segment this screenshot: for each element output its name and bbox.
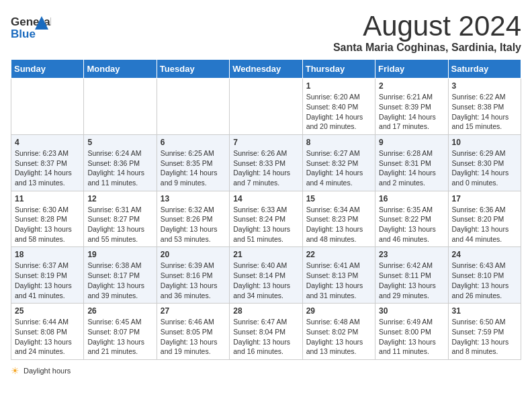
day-number: 25 bbox=[15, 306, 80, 316]
day-number: 16 bbox=[379, 194, 444, 203]
calendar-cell: 25Sunrise: 6:44 AMSunset: 8:08 PMDayligh… bbox=[11, 304, 84, 360]
calendar-cell: 20Sunrise: 6:39 AMSunset: 8:16 PMDayligh… bbox=[157, 247, 229, 304]
day-info: Sunrise: 6:37 AMSunset: 8:19 PMDaylight:… bbox=[15, 261, 80, 300]
day-number: 26 bbox=[87, 306, 152, 316]
calendar-week-2: 4Sunrise: 6:23 AMSunset: 8:37 PMDaylight… bbox=[11, 134, 521, 191]
day-number: 11 bbox=[15, 194, 80, 203]
day-number: 17 bbox=[452, 194, 517, 203]
day-info: Sunrise: 6:36 AMSunset: 8:20 PMDaylight:… bbox=[452, 205, 517, 244]
calendar-table: SundayMondayTuesdayWednesdayThursdayFrid… bbox=[11, 59, 521, 360]
calendar-cell: 26Sunrise: 6:45 AMSunset: 8:07 PMDayligh… bbox=[84, 304, 157, 360]
calendar-cell: 11Sunrise: 6:30 AMSunset: 8:28 PMDayligh… bbox=[11, 191, 84, 247]
day-header-monday: Monday bbox=[84, 60, 157, 79]
day-info: Sunrise: 6:29 AMSunset: 8:30 PMDaylight:… bbox=[452, 148, 517, 188]
day-number: 13 bbox=[161, 194, 226, 203]
day-info: Sunrise: 6:39 AMSunset: 8:16 PMDaylight:… bbox=[161, 261, 226, 300]
day-number: 6 bbox=[161, 138, 226, 147]
calendar-cell: 2Sunrise: 6:21 AMSunset: 8:39 PMDaylight… bbox=[375, 79, 448, 135]
calendar-cell: 24Sunrise: 6:43 AMSunset: 8:10 PMDayligh… bbox=[448, 247, 521, 304]
calendar-week-5: 25Sunrise: 6:44 AMSunset: 8:08 PMDayligh… bbox=[11, 304, 521, 360]
title-block: August 2024 Santa Maria Coghinas, Sardin… bbox=[333, 11, 521, 54]
day-number: 9 bbox=[379, 138, 444, 147]
day-info: Sunrise: 6:27 AMSunset: 8:32 PMDaylight:… bbox=[306, 148, 371, 188]
calendar-cell: 29Sunrise: 6:48 AMSunset: 8:02 PMDayligh… bbox=[302, 304, 375, 360]
calendar-cell: 14Sunrise: 6:33 AMSunset: 8:24 PMDayligh… bbox=[230, 191, 302, 247]
month-title: August 2024 bbox=[333, 11, 521, 42]
day-number: 27 bbox=[161, 306, 226, 316]
day-info: Sunrise: 6:46 AMSunset: 8:05 PMDaylight:… bbox=[161, 317, 226, 357]
day-number: 30 bbox=[379, 306, 444, 316]
calendar-cell: 1Sunrise: 6:20 AMSunset: 8:40 PMDaylight… bbox=[302, 79, 375, 135]
sun-icon: ☀ bbox=[11, 365, 19, 376]
footer-note: ☀ Daylight hours bbox=[11, 365, 521, 376]
calendar-cell: 22Sunrise: 6:41 AMSunset: 8:13 PMDayligh… bbox=[302, 247, 375, 304]
day-info: Sunrise: 6:26 AMSunset: 8:33 PMDaylight:… bbox=[233, 148, 298, 188]
calendar-cell: 4Sunrise: 6:23 AMSunset: 8:37 PMDaylight… bbox=[11, 134, 84, 191]
day-info: Sunrise: 6:49 AMSunset: 8:00 PMDaylight:… bbox=[379, 317, 444, 357]
day-number: 14 bbox=[233, 194, 298, 203]
day-number: 23 bbox=[379, 250, 444, 259]
day-number: 3 bbox=[452, 81, 517, 91]
calendar-cell: 10Sunrise: 6:29 AMSunset: 8:30 PMDayligh… bbox=[448, 134, 521, 191]
calendar-cell: 19Sunrise: 6:38 AMSunset: 8:17 PMDayligh… bbox=[84, 247, 157, 304]
day-number: 12 bbox=[87, 194, 152, 203]
calendar-cell bbox=[84, 79, 157, 135]
day-info: Sunrise: 6:38 AMSunset: 8:17 PMDaylight:… bbox=[87, 261, 152, 300]
day-info: Sunrise: 6:47 AMSunset: 8:04 PMDaylight:… bbox=[233, 317, 298, 357]
logo: General Blue bbox=[11, 11, 52, 46]
calendar-cell: 6Sunrise: 6:25 AMSunset: 8:35 PMDaylight… bbox=[157, 134, 229, 191]
day-number: 24 bbox=[452, 250, 517, 259]
calendar-cell: 9Sunrise: 6:28 AMSunset: 8:31 PMDaylight… bbox=[375, 134, 448, 191]
day-info: Sunrise: 6:25 AMSunset: 8:35 PMDaylight:… bbox=[161, 148, 226, 188]
day-number: 4 bbox=[15, 138, 80, 147]
calendar-cell: 17Sunrise: 6:36 AMSunset: 8:20 PMDayligh… bbox=[448, 191, 521, 247]
day-info: Sunrise: 6:21 AMSunset: 8:39 PMDaylight:… bbox=[379, 92, 444, 132]
day-number: 1 bbox=[306, 81, 371, 91]
svg-text:Blue: Blue bbox=[11, 28, 36, 40]
day-number: 20 bbox=[161, 250, 226, 259]
day-info: Sunrise: 6:41 AMSunset: 8:13 PMDaylight:… bbox=[306, 261, 371, 300]
day-info: Sunrise: 6:35 AMSunset: 8:22 PMDaylight:… bbox=[379, 205, 444, 244]
day-number: 7 bbox=[233, 138, 298, 147]
calendar-cell: 31Sunrise: 6:50 AMSunset: 7:59 PMDayligh… bbox=[448, 304, 521, 360]
calendar-cell: 27Sunrise: 6:46 AMSunset: 8:05 PMDayligh… bbox=[157, 304, 229, 360]
day-info: Sunrise: 6:48 AMSunset: 8:02 PMDaylight:… bbox=[306, 317, 371, 357]
day-info: Sunrise: 6:30 AMSunset: 8:28 PMDaylight:… bbox=[15, 205, 80, 244]
calendar-cell: 23Sunrise: 6:42 AMSunset: 8:11 PMDayligh… bbox=[375, 247, 448, 304]
calendar-week-3: 11Sunrise: 6:30 AMSunset: 8:28 PMDayligh… bbox=[11, 191, 521, 247]
calendar-cell bbox=[230, 79, 302, 135]
day-info: Sunrise: 6:44 AMSunset: 8:08 PMDaylight:… bbox=[15, 317, 80, 357]
day-header-wednesday: Wednesday bbox=[230, 60, 302, 79]
day-number: 8 bbox=[306, 138, 371, 147]
calendar-cell: 7Sunrise: 6:26 AMSunset: 8:33 PMDaylight… bbox=[230, 134, 302, 191]
calendar-cell bbox=[157, 79, 229, 135]
day-number: 22 bbox=[306, 250, 371, 259]
day-info: Sunrise: 6:23 AMSunset: 8:37 PMDaylight:… bbox=[15, 148, 80, 188]
calendar-week-4: 18Sunrise: 6:37 AMSunset: 8:19 PMDayligh… bbox=[11, 247, 521, 304]
calendar-header-row: SundayMondayTuesdayWednesdayThursdayFrid… bbox=[11, 60, 521, 79]
day-number: 31 bbox=[452, 306, 517, 316]
day-number: 21 bbox=[233, 250, 298, 259]
day-info: Sunrise: 6:45 AMSunset: 8:07 PMDaylight:… bbox=[87, 317, 152, 357]
day-number: 18 bbox=[15, 250, 80, 259]
day-info: Sunrise: 6:40 AMSunset: 8:14 PMDaylight:… bbox=[233, 261, 298, 300]
day-info: Sunrise: 6:42 AMSunset: 8:11 PMDaylight:… bbox=[379, 261, 444, 300]
day-header-friday: Friday bbox=[375, 60, 448, 79]
page-header: General Blue August 2024 Santa Maria Cog… bbox=[11, 11, 521, 54]
calendar-cell: 12Sunrise: 6:31 AMSunset: 8:27 PMDayligh… bbox=[84, 191, 157, 247]
day-info: Sunrise: 6:31 AMSunset: 8:27 PMDaylight:… bbox=[87, 205, 152, 244]
day-info: Sunrise: 6:20 AMSunset: 8:40 PMDaylight:… bbox=[306, 92, 371, 132]
calendar-cell: 3Sunrise: 6:22 AMSunset: 8:38 PMDaylight… bbox=[448, 79, 521, 135]
day-info: Sunrise: 6:33 AMSunset: 8:24 PMDaylight:… bbox=[233, 205, 298, 244]
day-info: Sunrise: 6:22 AMSunset: 8:38 PMDaylight:… bbox=[452, 92, 517, 132]
calendar-cell: 8Sunrise: 6:27 AMSunset: 8:32 PMDaylight… bbox=[302, 134, 375, 191]
day-number: 15 bbox=[306, 194, 371, 203]
calendar-cell: 16Sunrise: 6:35 AMSunset: 8:22 PMDayligh… bbox=[375, 191, 448, 247]
day-number: 2 bbox=[379, 81, 444, 91]
day-info: Sunrise: 6:32 AMSunset: 8:26 PMDaylight:… bbox=[161, 205, 226, 244]
calendar-cell: 21Sunrise: 6:40 AMSunset: 8:14 PMDayligh… bbox=[230, 247, 302, 304]
day-info: Sunrise: 6:24 AMSunset: 8:36 PMDaylight:… bbox=[87, 148, 152, 188]
logo-icon: General Blue bbox=[11, 11, 51, 46]
day-header-tuesday: Tuesday bbox=[157, 60, 229, 79]
day-header-thursday: Thursday bbox=[302, 60, 375, 79]
